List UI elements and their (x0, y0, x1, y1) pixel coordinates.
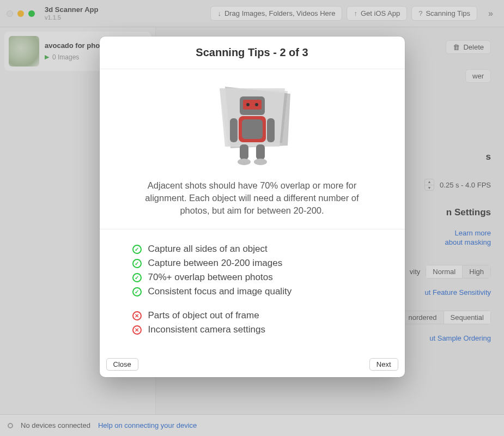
check-icon: ✓ (132, 273, 142, 282)
tip-good: ✓Consistent focus and image quality (132, 286, 383, 297)
modal-illustration (100, 69, 405, 177)
svg-rect-11 (240, 144, 248, 160)
tip-good: ✓70%+ overlap between photos (132, 272, 383, 283)
check-icon: ✓ (132, 287, 142, 296)
svg-rect-10 (267, 118, 275, 142)
tip-text: Capture between 20-200 images (148, 258, 283, 269)
modal-title: Scanning Tips - 2 of 3 (100, 37, 405, 69)
tip-good: ✓Capture all sides of an object (132, 244, 383, 255)
tip-text: Consistent focus and image quality (148, 286, 292, 297)
next-button[interactable]: Next (369, 358, 398, 371)
modal-description: Adjacent shots should have 70% overlap o… (100, 177, 405, 229)
tip-bad: ✕Parts of object out of frame (132, 310, 383, 321)
robot-icon (206, 80, 299, 173)
tip-text: Inconsistent camera settings (148, 324, 265, 335)
svg-rect-4 (243, 100, 262, 110)
cross-icon: ✕ (132, 325, 142, 335)
tip-bad: ✕Inconsistent camera settings (132, 324, 383, 335)
scanning-tips-modal: Scanning Tips - 2 of 3 Adjacent shots sh… (100, 37, 405, 377)
svg-point-5 (246, 103, 250, 106)
svg-point-14 (254, 159, 267, 165)
svg-point-13 (238, 159, 251, 165)
svg-point-6 (255, 103, 258, 106)
svg-rect-9 (230, 118, 238, 142)
cross-icon: ✕ (132, 311, 142, 320)
svg-rect-8 (242, 119, 263, 139)
tip-text: 70%+ overlap between photos (148, 272, 273, 283)
tips-list: ✓Capture all sides of an object ✓Capture… (100, 229, 405, 353)
tip-text: Parts of object out of frame (148, 310, 259, 321)
check-icon: ✓ (132, 245, 142, 254)
modal-footer: Close Next (100, 353, 405, 377)
tip-good: ✓Capture between 20-200 images (132, 258, 383, 269)
close-button[interactable]: Close (106, 358, 138, 371)
svg-rect-12 (256, 144, 265, 160)
check-icon: ✓ (132, 259, 142, 268)
tip-text: Capture all sides of an object (148, 244, 268, 255)
